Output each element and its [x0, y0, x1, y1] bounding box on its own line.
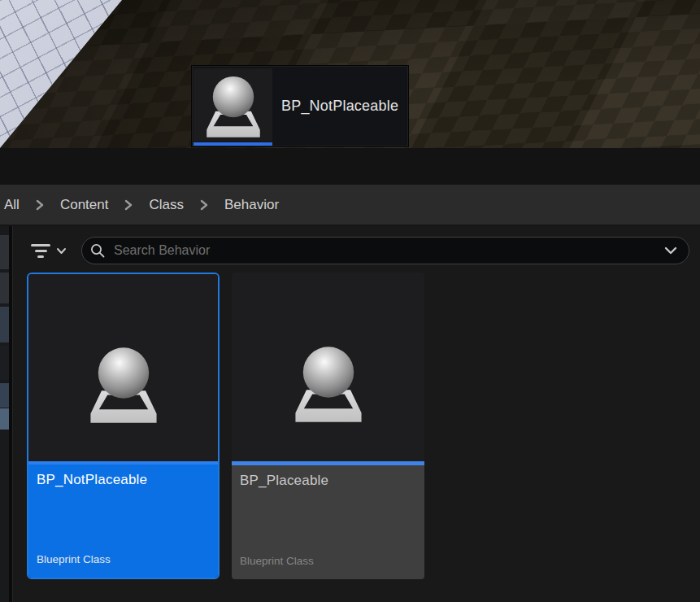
search-input-container[interactable] — [81, 237, 689, 264]
blueprint-class-icon — [81, 342, 166, 426]
breadcrumb-item-content[interactable]: Content — [56, 197, 113, 213]
left-rail-item[interactable] — [0, 346, 9, 380]
breadcrumb-item-all[interactable]: All — [0, 197, 24, 213]
blueprint-class-icon — [199, 72, 267, 140]
asset-tile-footer: BP_Placeable Blueprint Class — [232, 465, 424, 579]
asset-tile-bp-notplaceable[interactable]: BP_NotPlaceable Blueprint Class — [27, 273, 220, 579]
search-options-chevron-icon[interactable] — [664, 246, 677, 255]
chevron-right-icon — [24, 198, 56, 212]
asset-tile-footer: BP_NotPlaceable Blueprint Class — [28, 465, 218, 578]
left-rail-item[interactable] — [0, 408, 9, 430]
chevron-right-icon — [188, 198, 220, 212]
drag-preview-label: BP_NotPlaceable — [281, 98, 398, 115]
asset-type-label: Blueprint Class — [28, 553, 218, 578]
chevron-down-icon — [56, 247, 67, 255]
filter-button[interactable] — [24, 237, 73, 264]
asset-thumbnail — [232, 273, 424, 461]
breadcrumb-item-class[interactable]: Class — [145, 197, 188, 213]
panel-splitter[interactable] — [9, 226, 13, 602]
content-browser: BP_NotPlaceable Blueprint Class BP_Place… — [0, 226, 700, 602]
drag-preview-loading-bar — [193, 142, 272, 146]
filter-icon — [31, 244, 50, 258]
search-icon — [90, 243, 106, 259]
search-input[interactable] — [106, 243, 664, 258]
asset-name: BP_NotPlaceable — [28, 465, 218, 488]
left-rail-item[interactable] — [0, 307, 9, 342]
left-rail-item[interactable] — [0, 273, 9, 303]
panel-gap — [0, 148, 700, 185]
asset-thumbnail — [28, 274, 218, 461]
asset-tile-bp-placeable[interactable]: BP_Placeable Blueprint Class — [232, 273, 424, 579]
left-rail-item[interactable] — [0, 235, 9, 269]
viewport-3d[interactable]: BP_NotPlaceable — [0, 0, 700, 148]
chevron-right-icon — [112, 198, 145, 212]
drag-preview-tooltip: BP_NotPlaceable — [191, 65, 409, 147]
breadcrumb-item-behavior[interactable]: Behavior — [220, 197, 283, 213]
blueprint-class-icon — [286, 341, 371, 425]
drag-preview-thumbnail — [193, 68, 272, 142]
left-rail-item[interactable] — [0, 383, 9, 408]
asset-type-label: Blueprint Class — [232, 555, 424, 579]
breadcrumb: All Content Class Behavior — [0, 185, 700, 226]
asset-name: BP_Placeable — [232, 465, 424, 489]
left-rail — [0, 226, 9, 602]
